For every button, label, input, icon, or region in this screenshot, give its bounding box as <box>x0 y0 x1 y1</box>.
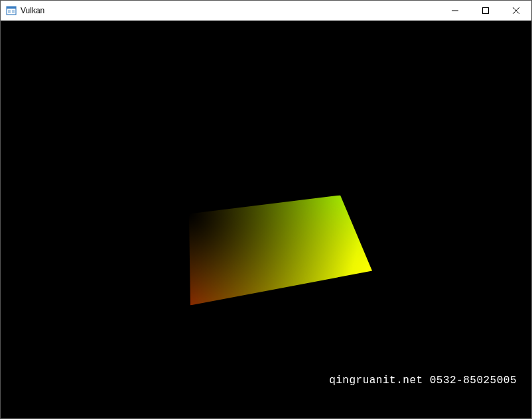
close-button[interactable] <box>501 1 531 21</box>
svg-rect-2 <box>8 10 11 13</box>
app-icon <box>6 5 17 16</box>
titlebar[interactable]: Vulkan <box>1 1 531 21</box>
application-window: Vulkan <box>0 0 532 419</box>
minimize-button[interactable] <box>440 1 470 21</box>
maximize-button[interactable] <box>470 1 501 21</box>
svg-rect-3 <box>12 10 15 13</box>
titlebar-left: Vulkan <box>6 5 44 16</box>
render-surface <box>1 21 531 418</box>
client-area: qingruanit.net 0532-85025005 <box>1 21 531 418</box>
window-controls <box>440 1 531 21</box>
svg-rect-1 <box>7 7 16 9</box>
window-title: Vulkan <box>21 6 44 15</box>
svg-rect-5 <box>483 8 489 14</box>
watermark-text: qingruanit.net 0532-85025005 <box>329 375 517 387</box>
svg-rect-13 <box>1 21 531 418</box>
rendered-quad <box>1 21 531 418</box>
